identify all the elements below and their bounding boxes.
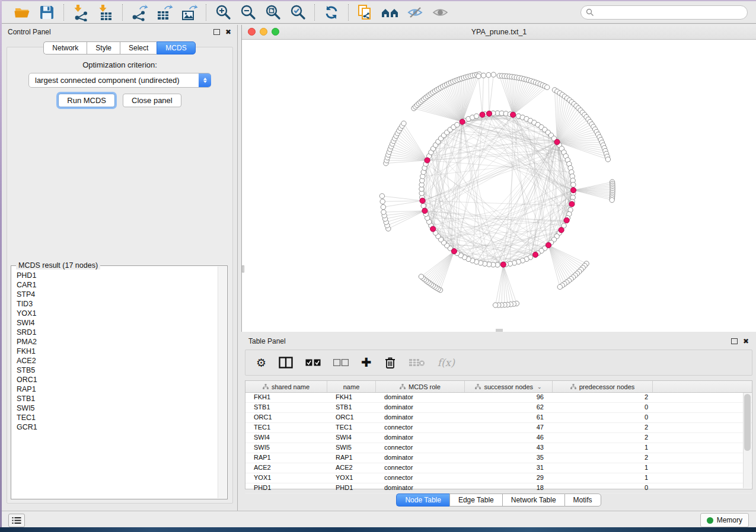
tab-network[interactable]: Network bbox=[43, 41, 87, 55]
export-image-button[interactable] bbox=[180, 4, 198, 21]
column-settings-button[interactable]: ⚙ bbox=[256, 355, 266, 370]
save-button[interactable] bbox=[38, 4, 56, 21]
float-panel-icon[interactable] bbox=[731, 338, 738, 344]
mcds-result-item[interactable]: RAP1 bbox=[12, 384, 218, 394]
table-cell: ORC1 bbox=[327, 413, 376, 422]
plus-icon: ✚ bbox=[361, 357, 372, 368]
table-cell: connector bbox=[376, 473, 465, 483]
desktop-wallpaper-left bbox=[0, 0, 2, 527]
mcds-result-item[interactable]: STB1 bbox=[12, 394, 218, 403]
close-panel-icon[interactable]: ✖ bbox=[743, 338, 749, 344]
split-panel-button[interactable] bbox=[279, 355, 293, 370]
mcds-result-item[interactable]: GCR1 bbox=[12, 422, 218, 432]
table-row[interactable]: ORC1ORC1dominator610 bbox=[245, 413, 752, 423]
show-panel-list-button[interactable] bbox=[8, 514, 25, 527]
mcds-result-item[interactable]: PMA2 bbox=[12, 337, 218, 347]
mcds-result-item[interactable]: ORC1 bbox=[12, 375, 218, 384]
table-row[interactable]: STB1STB1dominator620 bbox=[245, 403, 752, 413]
table-cell: 2 bbox=[553, 433, 653, 443]
table-row[interactable]: RAP1RAP1dominator352 bbox=[245, 453, 752, 463]
close-window-icon[interactable] bbox=[248, 28, 256, 36]
tab-node-table[interactable]: Node Table bbox=[396, 493, 449, 507]
tab-select[interactable]: Select bbox=[120, 41, 157, 55]
tab-mcds[interactable]: MCDS bbox=[157, 41, 195, 55]
search-input[interactable] bbox=[580, 5, 748, 20]
table-cell: ACE2 bbox=[327, 463, 376, 473]
show-all-button[interactable] bbox=[431, 4, 449, 21]
network-window-titlebar[interactable]: YPA_prune.txt_1 bbox=[242, 25, 756, 40]
optimization-criterion-select[interactable]: largest connected component (undirected) bbox=[28, 73, 211, 88]
zoom-in-button[interactable] bbox=[214, 4, 232, 21]
mcds-result-item[interactable]: SWI5 bbox=[12, 403, 218, 413]
column-header-label: successor nodes bbox=[484, 383, 533, 390]
import-table-icon bbox=[97, 4, 114, 21]
mcds-result-item[interactable]: CAR1 bbox=[12, 280, 218, 290]
zoom-selected-button[interactable] bbox=[289, 4, 307, 21]
column-header-predecessor-nodes[interactable]: predecessor nodes bbox=[553, 381, 653, 392]
tab-edge-table[interactable]: Edge Table bbox=[449, 493, 502, 507]
memory-button[interactable]: Memory bbox=[700, 513, 749, 527]
delete-column-button[interactable] bbox=[384, 355, 396, 370]
table-scrollbar[interactable] bbox=[743, 393, 751, 488]
close-panel-icon[interactable]: ✖ bbox=[225, 29, 231, 35]
table-row[interactable]: PHD1PHD1dominator180 bbox=[245, 483, 752, 493]
import-network-button[interactable] bbox=[72, 4, 90, 21]
column-header-mcds-role[interactable]: MCDS role bbox=[376, 381, 465, 392]
mcds-result-item[interactable]: YOX1 bbox=[12, 309, 218, 318]
mcds-result-item[interactable]: ACE2 bbox=[12, 356, 218, 366]
first-neighbors-button[interactable] bbox=[381, 4, 399, 21]
table-row[interactable]: ACE2ACE2connector311 bbox=[245, 463, 752, 473]
mcds-result-item[interactable]: TID3 bbox=[12, 299, 218, 309]
add-column-button[interactable]: ✚ bbox=[361, 355, 372, 370]
mcds-result-item[interactable]: TEC1 bbox=[12, 413, 218, 422]
import-table-button[interactable] bbox=[97, 4, 114, 21]
deselect-all-columns-button[interactable] bbox=[333, 355, 349, 370]
mcds-result-item[interactable]: SRD1 bbox=[12, 328, 218, 337]
table-row[interactable]: YOX1YOX1connector291 bbox=[245, 473, 752, 483]
apply-layout-button[interactable] bbox=[323, 4, 340, 21]
network-canvas[interactable] bbox=[242, 40, 756, 332]
minimize-window-icon[interactable] bbox=[260, 28, 267, 36]
select-all-columns-button[interactable] bbox=[305, 355, 321, 370]
column-header-name[interactable]: name bbox=[327, 381, 376, 392]
mcds-result-item[interactable]: STB5 bbox=[12, 366, 218, 375]
network-graph[interactable] bbox=[242, 40, 756, 332]
run-mcds-button[interactable]: Run MCDS bbox=[58, 94, 115, 107]
zoom-out-button[interactable] bbox=[239, 4, 257, 21]
new-network-from-selection-button[interactable] bbox=[356, 4, 374, 21]
tab-network-table[interactable]: Network Table bbox=[502, 493, 564, 507]
column-header-successor-nodes[interactable]: successor nodes⌄ bbox=[465, 381, 553, 392]
table-cell: SWI5 bbox=[327, 443, 376, 453]
table-cell: SWI5 bbox=[245, 443, 327, 453]
table-row[interactable]: SWI4SWI4dominator462 bbox=[245, 433, 752, 443]
close-panel-button[interactable]: Close panel bbox=[123, 94, 181, 107]
table-cell: connector bbox=[376, 443, 465, 453]
search-field[interactable] bbox=[580, 5, 748, 20]
mcds-result-item[interactable]: PHD1 bbox=[12, 271, 218, 280]
open-button[interactable] bbox=[13, 4, 31, 21]
mcds-result-list[interactable]: PHD1CAR1STP4TID3YOX1SWI4SRD1PMA2FKH1ACE2… bbox=[12, 271, 218, 498]
table-row[interactable]: FKH1FKH1dominator962 bbox=[245, 393, 752, 403]
network-horizontal-scrollbar-thumb[interactable] bbox=[496, 329, 503, 332]
tab-motifs[interactable]: Motifs bbox=[564, 493, 601, 507]
copy-network-icon bbox=[356, 4, 374, 21]
mcds-result-item[interactable]: FKH1 bbox=[12, 347, 218, 356]
hide-selected-button[interactable] bbox=[406, 4, 424, 21]
export-network-button[interactable] bbox=[130, 4, 148, 21]
table-row[interactable]: TEC1TEC1connector472 bbox=[245, 423, 752, 433]
tab-style[interactable]: Style bbox=[87, 41, 120, 55]
table-scrollbar-thumb[interactable] bbox=[744, 394, 751, 451]
export-table-button[interactable] bbox=[155, 4, 173, 21]
zoom-fit-button[interactable] bbox=[264, 4, 282, 21]
table-cell: PHD1 bbox=[327, 483, 376, 493]
column-type-icon bbox=[475, 384, 481, 389]
mcds-result-item[interactable]: STP4 bbox=[12, 290, 218, 299]
delete-table-button-disabled bbox=[409, 355, 425, 370]
column-header-shared-name[interactable]: shared name bbox=[245, 381, 327, 392]
float-panel-icon[interactable] bbox=[213, 29, 220, 35]
mcds-result-item[interactable]: SWI4 bbox=[12, 318, 218, 328]
maximize-window-icon[interactable] bbox=[272, 28, 279, 36]
network-vertical-scrollbar-thumb[interactable] bbox=[242, 265, 244, 273]
mcds-list-scrollbar[interactable] bbox=[218, 267, 227, 498]
table-row[interactable]: SWI5SWI5connector431 bbox=[245, 443, 752, 453]
